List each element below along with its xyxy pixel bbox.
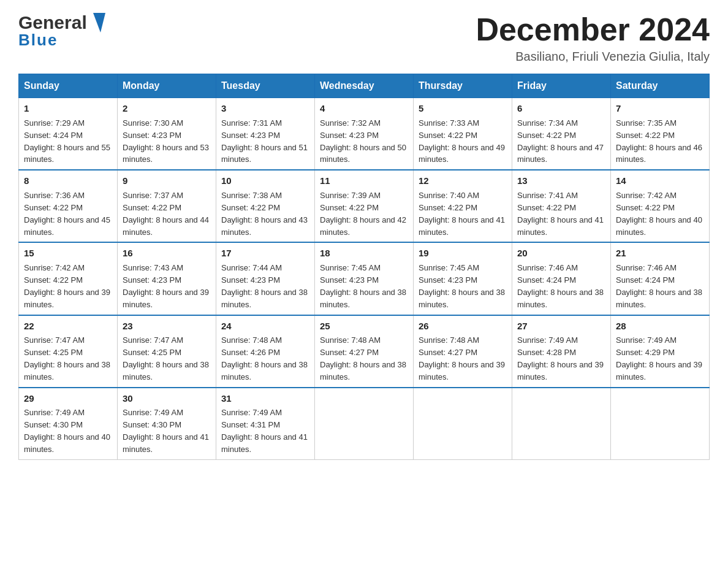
day-sunrise: Sunrise: 7:31 AM [221,118,282,128]
day-sunrise: Sunrise: 7:47 AM [123,335,183,345]
calendar-cell: 3 Sunrise: 7:31 AM Sunset: 4:23 PM Dayli… [216,98,315,170]
day-sunrise: Sunrise: 7:44 AM [221,263,282,272]
day-number: 15 [24,247,112,260]
day-sunset: Sunset: 4:22 PM [419,203,477,212]
day-daylight: Daylight: 8 hours and 38 minutes. [419,288,505,309]
day-number: 31 [221,392,309,405]
calendar-cell: 18 Sunrise: 7:45 AM Sunset: 4:23 PM Dayl… [315,242,414,315]
day-number: 16 [123,247,211,260]
day-sunset: Sunset: 4:29 PM [616,348,675,357]
day-sunset: Sunset: 4:22 PM [24,203,83,212]
col-thursday: Thursday [414,74,512,98]
day-sunset: Sunset: 4:22 PM [221,203,280,212]
day-sunset: Sunset: 4:23 PM [419,275,477,285]
day-sunset: Sunset: 4:22 PM [616,203,675,212]
calendar-cell [315,388,414,460]
day-sunrise: Sunrise: 7:49 AM [24,408,85,417]
day-number: 12 [419,174,507,188]
day-sunset: Sunset: 4:30 PM [24,420,83,429]
day-sunrise: Sunrise: 7:45 AM [419,263,479,272]
col-friday: Friday [512,74,611,98]
calendar-cell: 23 Sunrise: 7:47 AM Sunset: 4:25 PM Dayl… [118,315,216,388]
calendar-cell: 29 Sunrise: 7:49 AM Sunset: 4:30 PM Dayl… [19,388,118,460]
day-sunrise: Sunrise: 7:47 AM [24,335,85,345]
day-sunrise: Sunrise: 7:38 AM [221,191,282,200]
day-daylight: Daylight: 8 hours and 38 minutes. [221,288,308,309]
day-sunrise: Sunrise: 7:39 AM [320,191,381,200]
calendar-cell: 19 Sunrise: 7:45 AM Sunset: 4:23 PM Dayl… [414,242,512,315]
day-sunrise: Sunrise: 7:34 AM [517,118,578,128]
day-daylight: Daylight: 8 hours and 41 minutes. [221,432,308,454]
day-number: 23 [123,320,211,333]
day-number: 29 [24,392,112,405]
day-sunset: Sunset: 4:22 PM [419,131,477,140]
day-number: 26 [419,320,507,333]
day-number: 6 [517,102,605,115]
calendar-cell: 6 Sunrise: 7:34 AM Sunset: 4:22 PM Dayli… [512,98,611,170]
day-sunset: Sunset: 4:26 PM [221,348,280,357]
day-sunrise: Sunrise: 7:33 AM [419,118,479,128]
day-daylight: Daylight: 8 hours and 55 minutes. [24,143,110,164]
day-sunset: Sunset: 4:24 PM [24,131,83,140]
calendar-cell: 11 Sunrise: 7:39 AM Sunset: 4:22 PM Dayl… [315,170,414,242]
day-sunrise: Sunrise: 7:36 AM [24,191,85,200]
day-daylight: Daylight: 8 hours and 41 minutes. [123,432,209,454]
day-sunset: Sunset: 4:27 PM [419,348,477,357]
calendar-week-row: 22 Sunrise: 7:47 AM Sunset: 4:25 PM Dayl… [19,315,710,388]
day-sunset: Sunset: 4:25 PM [24,348,83,357]
calendar-body: 1 Sunrise: 7:29 AM Sunset: 4:24 PM Dayli… [19,98,710,460]
day-sunrise: Sunrise: 7:48 AM [320,335,381,345]
col-sunday: Sunday [19,74,118,98]
page-title: December 2024 [476,12,710,47]
day-daylight: Daylight: 8 hours and 50 minutes. [320,143,406,164]
logo-blue-text: Blue [18,31,58,50]
day-daylight: Daylight: 8 hours and 38 minutes. [320,288,406,309]
calendar-table: Sunday Monday Tuesday Wednesday Thursday… [18,74,710,460]
day-daylight: Daylight: 8 hours and 40 minutes. [616,215,702,237]
day-sunset: Sunset: 4:25 PM [123,348,181,357]
day-sunset: Sunset: 4:22 PM [24,275,83,285]
page-subtitle: Basiliano, Friuli Venezia Giulia, Italy [476,50,710,64]
calendar-cell: 28 Sunrise: 7:49 AM Sunset: 4:29 PM Dayl… [611,315,710,388]
day-sunrise: Sunrise: 7:48 AM [221,335,282,345]
day-daylight: Daylight: 8 hours and 53 minutes. [123,143,209,164]
calendar-cell: 2 Sunrise: 7:30 AM Sunset: 4:23 PM Dayli… [118,98,216,170]
day-sunrise: Sunrise: 7:42 AM [616,191,677,200]
day-number: 22 [24,320,112,333]
header-row: Sunday Monday Tuesday Wednesday Thursday… [19,74,710,98]
day-number: 8 [24,174,112,188]
day-sunset: Sunset: 4:23 PM [221,275,280,285]
calendar-cell: 8 Sunrise: 7:36 AM Sunset: 4:22 PM Dayli… [19,170,118,242]
day-number: 1 [24,102,112,115]
calendar-cell: 5 Sunrise: 7:33 AM Sunset: 4:22 PM Dayli… [414,98,512,170]
calendar-cell [611,388,710,460]
day-sunrise: Sunrise: 7:49 AM [123,408,183,417]
calendar-cell: 10 Sunrise: 7:38 AM Sunset: 4:22 PM Dayl… [216,170,315,242]
calendar-week-row: 29 Sunrise: 7:49 AM Sunset: 4:30 PM Dayl… [19,388,710,460]
day-sunset: Sunset: 4:27 PM [320,348,379,357]
day-daylight: Daylight: 8 hours and 49 minutes. [419,143,505,164]
day-number: 4 [320,102,408,115]
day-daylight: Daylight: 8 hours and 38 minutes. [24,360,110,381]
calendar-cell: 25 Sunrise: 7:48 AM Sunset: 4:27 PM Dayl… [315,315,414,388]
day-sunrise: Sunrise: 7:46 AM [517,263,578,272]
day-daylight: Daylight: 8 hours and 38 minutes. [320,360,406,381]
day-daylight: Daylight: 8 hours and 39 minutes. [517,360,604,381]
day-sunset: Sunset: 4:22 PM [320,203,379,212]
day-sunset: Sunset: 4:22 PM [123,203,181,212]
day-number: 19 [419,247,507,260]
calendar-cell: 22 Sunrise: 7:47 AM Sunset: 4:25 PM Dayl… [19,315,118,388]
calendar-cell: 20 Sunrise: 7:46 AM Sunset: 4:24 PM Dayl… [512,242,611,315]
col-saturday: Saturday [611,74,710,98]
day-daylight: Daylight: 8 hours and 38 minutes. [616,288,702,309]
day-sunset: Sunset: 4:28 PM [517,348,576,357]
calendar-cell: 24 Sunrise: 7:48 AM Sunset: 4:26 PM Dayl… [216,315,315,388]
day-daylight: Daylight: 8 hours and 39 minutes. [24,288,110,309]
calendar-cell: 13 Sunrise: 7:41 AM Sunset: 4:22 PM Dayl… [512,170,611,242]
day-number: 3 [221,102,309,115]
day-sunrise: Sunrise: 7:45 AM [320,263,381,272]
day-daylight: Daylight: 8 hours and 39 minutes. [419,360,505,381]
day-daylight: Daylight: 8 hours and 39 minutes. [123,288,209,309]
logo: General Blue [18,12,105,50]
day-daylight: Daylight: 8 hours and 38 minutes. [517,288,604,309]
